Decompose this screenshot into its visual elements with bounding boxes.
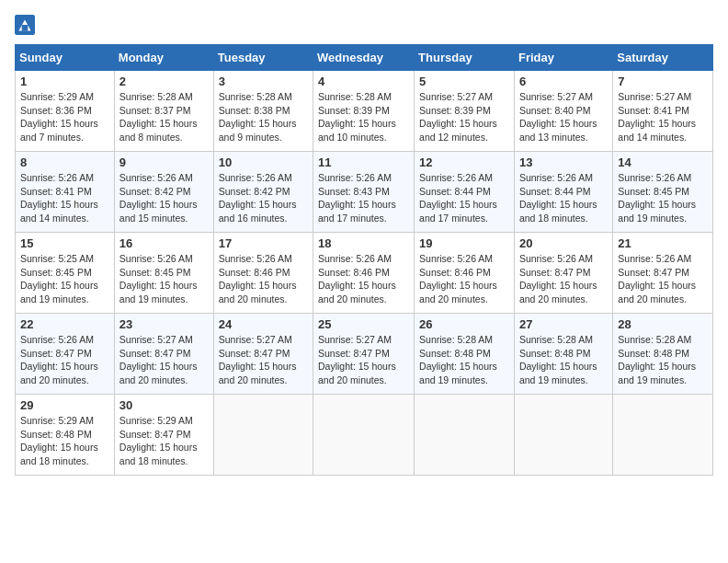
day-number: 4	[318, 75, 409, 88]
logo	[15, 15, 39, 35]
day-info: Sunrise: 5:26 AM Sunset: 8:43 PM Dayligh…	[318, 171, 409, 225]
calendar-cell: 28Sunrise: 5:28 AM Sunset: 8:48 PM Dayli…	[613, 314, 713, 395]
calendar-cell: 21Sunrise: 5:26 AM Sunset: 8:47 PM Dayli…	[613, 233, 713, 314]
day-number: 27	[519, 317, 608, 331]
day-number: 11	[318, 155, 409, 169]
calendar-week-1: 1Sunrise: 5:29 AM Sunset: 8:36 PM Daylig…	[16, 71, 713, 152]
calendar-cell: 29Sunrise: 5:29 AM Sunset: 8:48 PM Dayli…	[16, 395, 115, 476]
day-info: Sunrise: 5:28 AM Sunset: 8:48 PM Dayligh…	[618, 333, 708, 387]
day-number: 14	[618, 155, 708, 169]
day-info: Sunrise: 5:25 AM Sunset: 8:45 PM Dayligh…	[20, 252, 109, 306]
calendar-cell	[213, 395, 313, 476]
calendar-cell: 8Sunrise: 5:26 AM Sunset: 8:41 PM Daylig…	[16, 152, 115, 233]
calendar-cell: 1Sunrise: 5:29 AM Sunset: 8:36 PM Daylig…	[16, 71, 115, 152]
day-info: Sunrise: 5:27 AM Sunset: 8:47 PM Dayligh…	[219, 333, 308, 387]
day-number: 25	[318, 317, 409, 331]
day-header-tuesday: Tuesday	[213, 45, 313, 71]
calendar-cell: 24Sunrise: 5:27 AM Sunset: 8:47 PM Dayli…	[213, 314, 313, 395]
day-number: 7	[618, 75, 708, 88]
day-info: Sunrise: 5:29 AM Sunset: 8:47 PM Dayligh…	[119, 414, 209, 468]
day-info: Sunrise: 5:27 AM Sunset: 8:39 PM Dayligh…	[419, 90, 509, 144]
calendar-cell: 23Sunrise: 5:27 AM Sunset: 8:47 PM Dayli…	[114, 314, 213, 395]
calendar-cell	[415, 395, 515, 476]
calendar-cell: 26Sunrise: 5:28 AM Sunset: 8:48 PM Dayli…	[415, 314, 515, 395]
day-number: 1	[20, 75, 109, 88]
calendar-cell: 19Sunrise: 5:26 AM Sunset: 8:46 PM Dayli…	[415, 233, 515, 314]
calendar-cell: 20Sunrise: 5:26 AM Sunset: 8:47 PM Dayli…	[514, 233, 612, 314]
day-info: Sunrise: 5:29 AM Sunset: 8:36 PM Dayligh…	[20, 90, 109, 144]
day-number: 21	[618, 236, 708, 250]
day-info: Sunrise: 5:26 AM Sunset: 8:47 PM Dayligh…	[20, 333, 109, 387]
day-info: Sunrise: 5:26 AM Sunset: 8:44 PM Dayligh…	[419, 171, 509, 225]
day-info: Sunrise: 5:28 AM Sunset: 8:37 PM Dayligh…	[119, 90, 209, 144]
svg-rect-2	[22, 25, 28, 31]
day-number: 2	[119, 75, 209, 88]
day-info: Sunrise: 5:26 AM Sunset: 8:46 PM Dayligh…	[419, 252, 509, 306]
calendar-cell: 16Sunrise: 5:26 AM Sunset: 8:45 PM Dayli…	[114, 233, 213, 314]
day-info: Sunrise: 5:28 AM Sunset: 8:48 PM Dayligh…	[519, 333, 608, 387]
calendar-cell: 10Sunrise: 5:26 AM Sunset: 8:42 PM Dayli…	[213, 152, 313, 233]
calendar-week-3: 15Sunrise: 5:25 AM Sunset: 8:45 PM Dayli…	[16, 233, 713, 314]
day-info: Sunrise: 5:27 AM Sunset: 8:47 PM Dayligh…	[119, 333, 209, 387]
day-number: 13	[519, 155, 608, 169]
day-info: Sunrise: 5:26 AM Sunset: 8:47 PM Dayligh…	[618, 252, 708, 306]
day-number: 8	[20, 155, 109, 169]
day-info: Sunrise: 5:27 AM Sunset: 8:40 PM Dayligh…	[519, 90, 608, 144]
logo-icon	[15, 15, 35, 35]
calendar-body: 1Sunrise: 5:29 AM Sunset: 8:36 PM Daylig…	[16, 71, 713, 476]
calendar-cell: 12Sunrise: 5:26 AM Sunset: 8:44 PM Dayli…	[415, 152, 515, 233]
day-info: Sunrise: 5:26 AM Sunset: 8:46 PM Dayligh…	[318, 252, 409, 306]
calendar-cell	[514, 395, 612, 476]
day-header-friday: Friday	[514, 45, 612, 71]
day-number: 16	[119, 236, 209, 250]
calendar-cell: 27Sunrise: 5:28 AM Sunset: 8:48 PM Dayli…	[514, 314, 612, 395]
calendar-cell: 5Sunrise: 5:27 AM Sunset: 8:39 PM Daylig…	[415, 71, 515, 152]
day-info: Sunrise: 5:26 AM Sunset: 8:45 PM Dayligh…	[618, 171, 708, 225]
calendar-cell: 9Sunrise: 5:26 AM Sunset: 8:42 PM Daylig…	[114, 152, 213, 233]
day-info: Sunrise: 5:28 AM Sunset: 8:38 PM Dayligh…	[219, 90, 308, 144]
day-info: Sunrise: 5:27 AM Sunset: 8:41 PM Dayligh…	[618, 90, 708, 144]
day-info: Sunrise: 5:29 AM Sunset: 8:48 PM Dayligh…	[20, 414, 109, 468]
calendar-cell: 11Sunrise: 5:26 AM Sunset: 8:43 PM Dayli…	[313, 152, 415, 233]
calendar-week-5: 29Sunrise: 5:29 AM Sunset: 8:48 PM Dayli…	[16, 395, 713, 476]
day-number: 28	[618, 317, 708, 331]
calendar-table: SundayMondayTuesdayWednesdayThursdayFrid…	[15, 44, 713, 476]
calendar-cell: 6Sunrise: 5:27 AM Sunset: 8:40 PM Daylig…	[514, 71, 612, 152]
calendar-cell: 14Sunrise: 5:26 AM Sunset: 8:45 PM Dayli…	[613, 152, 713, 233]
day-number: 6	[519, 75, 608, 88]
calendar-cell: 17Sunrise: 5:26 AM Sunset: 8:46 PM Dayli…	[213, 233, 313, 314]
day-number: 18	[318, 236, 409, 250]
day-number: 10	[219, 155, 308, 169]
day-info: Sunrise: 5:27 AM Sunset: 8:47 PM Dayligh…	[318, 333, 409, 387]
day-number: 30	[119, 398, 209, 412]
day-number: 23	[119, 317, 209, 331]
day-header-saturday: Saturday	[613, 45, 713, 71]
day-number: 19	[419, 236, 509, 250]
calendar-cell: 2Sunrise: 5:28 AM Sunset: 8:37 PM Daylig…	[114, 71, 213, 152]
calendar-cell: 18Sunrise: 5:26 AM Sunset: 8:46 PM Dayli…	[313, 233, 415, 314]
day-info: Sunrise: 5:26 AM Sunset: 8:41 PM Dayligh…	[20, 171, 109, 225]
day-number: 17	[219, 236, 308, 250]
day-info: Sunrise: 5:26 AM Sunset: 8:46 PM Dayligh…	[219, 252, 308, 306]
day-header-sunday: Sunday	[16, 45, 115, 71]
calendar-cell	[313, 395, 415, 476]
calendar-week-2: 8Sunrise: 5:26 AM Sunset: 8:41 PM Daylig…	[16, 152, 713, 233]
day-number: 22	[20, 317, 109, 331]
calendar-cell	[613, 395, 713, 476]
day-info: Sunrise: 5:26 AM Sunset: 8:44 PM Dayligh…	[519, 171, 608, 225]
day-number: 15	[20, 236, 109, 250]
calendar-cell: 3Sunrise: 5:28 AM Sunset: 8:38 PM Daylig…	[213, 71, 313, 152]
day-number: 24	[219, 317, 308, 331]
day-info: Sunrise: 5:28 AM Sunset: 8:39 PM Dayligh…	[318, 90, 409, 144]
day-info: Sunrise: 5:26 AM Sunset: 8:42 PM Dayligh…	[119, 171, 209, 225]
day-number: 20	[519, 236, 608, 250]
page-header	[15, 15, 713, 35]
calendar-cell: 13Sunrise: 5:26 AM Sunset: 8:44 PM Dayli…	[514, 152, 612, 233]
calendar-cell: 30Sunrise: 5:29 AM Sunset: 8:47 PM Dayli…	[114, 395, 213, 476]
calendar-cell: 4Sunrise: 5:28 AM Sunset: 8:39 PM Daylig…	[313, 71, 415, 152]
calendar-week-4: 22Sunrise: 5:26 AM Sunset: 8:47 PM Dayli…	[16, 314, 713, 395]
calendar-header-row: SundayMondayTuesdayWednesdayThursdayFrid…	[16, 45, 713, 71]
calendar-cell: 25Sunrise: 5:27 AM Sunset: 8:47 PM Dayli…	[313, 314, 415, 395]
day-header-wednesday: Wednesday	[313, 45, 415, 71]
day-header-thursday: Thursday	[415, 45, 515, 71]
